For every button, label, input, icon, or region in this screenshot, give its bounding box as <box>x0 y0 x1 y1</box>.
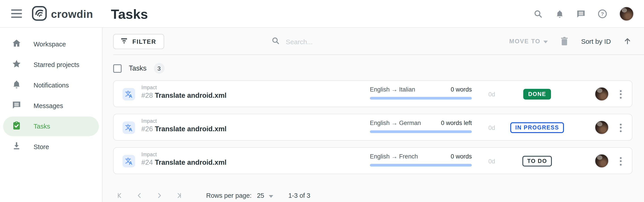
task-duration: 0d <box>488 81 495 108</box>
sidebar-item-label: Notifications <box>34 82 69 89</box>
hamburger-menu-icon[interactable] <box>11 9 22 18</box>
sidebar-item-starred-projects[interactable]: Starred projects <box>3 55 99 75</box>
brand-name: crowdin <box>51 8 93 20</box>
select-all-checkbox[interactable] <box>113 64 122 73</box>
list-header: Tasks 3 <box>113 61 164 76</box>
home-icon <box>12 38 22 50</box>
rows-per-page-label: Rows per page: <box>206 192 252 199</box>
task-text-block: Impact #24 Translate android.xml <box>141 152 226 167</box>
task-progress-bar <box>370 97 472 100</box>
pagination: Rows per page: 25 1-3 of 3 <box>113 188 310 202</box>
move-to-label: MOVE TO <box>509 38 540 44</box>
task-more-options-kebab-icon[interactable] <box>616 88 625 100</box>
task-row[interactable]: A Impact #26 Translate android.xml Engli… <box>113 114 632 141</box>
rows-per-page-chevron-down-icon[interactable] <box>268 192 273 200</box>
task-number: #26 <box>141 125 153 133</box>
task-words-count: 0 words <box>450 153 472 160</box>
svg-text:?: ? <box>601 11 604 17</box>
task-number: #24 <box>141 159 153 166</box>
delete-trash-icon[interactable] <box>560 36 570 46</box>
sidebar-item-notifications[interactable]: Notifications <box>3 75 99 95</box>
task-progress-bar <box>370 130 472 133</box>
task-title-line: #26 Translate android.xml <box>141 125 226 133</box>
next-page-button[interactable] <box>152 189 166 202</box>
search-icon[interactable] <box>533 9 543 19</box>
filter-button[interactable]: FILTER <box>113 34 164 49</box>
translate-task-icon: A <box>122 88 135 100</box>
sort-by-button[interactable]: Sort by ID <box>581 37 611 45</box>
task-title: Translate android.xml <box>155 92 226 99</box>
arrow-right-icon: → <box>391 153 397 160</box>
task-progress-bar <box>370 164 472 167</box>
rows-per-page-value[interactable]: 25 <box>257 192 264 199</box>
task-words-count: 0 words <box>450 86 472 93</box>
task-language-pair: English → French <box>370 153 418 160</box>
task-more-options-kebab-icon[interactable] <box>616 121 625 134</box>
bell-icon <box>12 79 22 91</box>
search-input[interactable] <box>286 38 420 45</box>
brand-logo[interactable]: crowdin <box>32 6 93 23</box>
task-words-count: 0 words left <box>441 120 472 126</box>
task-row[interactable]: A Impact #28 Translate android.xml Engli… <box>113 80 632 107</box>
help-icon[interactable]: ? <box>598 9 607 19</box>
task-title-line: #28 Translate android.xml <box>141 92 226 100</box>
previous-page-button[interactable] <box>133 189 146 202</box>
pagination-range-label: 1-3 of 3 <box>288 192 310 199</box>
task-more-options-kebab-icon[interactable] <box>616 155 625 167</box>
task-title-line: #24 Translate android.xml <box>141 159 226 167</box>
assignee-avatar[interactable] <box>594 87 609 101</box>
sidebar-item-label: Starred projects <box>34 61 80 68</box>
task-text-block: Impact #26 Translate android.xml <box>141 118 226 133</box>
translate-task-icon: A <box>122 121 135 134</box>
arrow-right-icon: → <box>391 120 397 126</box>
sort-direction-arrow-up-icon[interactable] <box>622 36 632 46</box>
last-page-button[interactable] <box>172 189 186 202</box>
task-project-label: Impact <box>141 85 226 90</box>
sidebar-item-label: Store <box>34 143 49 151</box>
page-title: Tasks <box>111 7 148 22</box>
toolbar-divider <box>113 54 644 55</box>
assignee-avatar[interactable] <box>594 154 609 168</box>
sidebar-item-tasks[interactable]: Tasks <box>3 117 99 136</box>
task-language-pair: English → Italian <box>370 86 415 93</box>
sidebar-item-label: Tasks <box>34 123 50 130</box>
task-language-pair: English → German <box>370 120 421 126</box>
task-project-label: Impact <box>141 118 226 124</box>
chat-icon <box>12 100 22 112</box>
task-row[interactable]: A Impact #24 Translate android.xml Engli… <box>113 147 632 174</box>
tasks-clipboard-icon <box>12 121 22 132</box>
sidebar-item-workspace[interactable]: Workspace <box>3 34 99 54</box>
task-count-badge: 3 <box>154 63 164 74</box>
messages-icon[interactable] <box>576 9 586 19</box>
sidebar-item-label: Workspace <box>34 41 66 48</box>
top-bar: crowdin Tasks ? <box>0 0 644 28</box>
svg-text:A: A <box>129 127 132 132</box>
store-download-icon <box>12 141 22 153</box>
sidebar: Workspace Starred projects Notifications… <box>0 28 102 202</box>
main-content: FILTER MOVE TO Sort by ID <box>102 28 644 202</box>
assignee-avatar[interactable] <box>594 120 609 135</box>
user-avatar[interactable] <box>619 6 634 21</box>
move-to-dropdown[interactable]: MOVE TO <box>509 38 548 44</box>
task-list: A Impact #28 Translate android.xml Engli… <box>113 80 632 181</box>
task-number: #28 <box>141 92 153 99</box>
chevron-down-icon <box>544 38 548 44</box>
task-language-block: English → German 0 words left <box>370 120 472 133</box>
sidebar-item-store[interactable]: Store <box>3 137 99 157</box>
app-root: crowdin Tasks ? Workspace Starre <box>0 0 644 202</box>
first-page-button[interactable] <box>113 189 126 202</box>
translate-task-icon: A <box>122 155 135 167</box>
task-status-badge: IN PROGRESS <box>510 122 564 133</box>
task-title: Translate android.xml <box>155 125 226 133</box>
task-duration: 0d <box>488 114 495 141</box>
crowdin-logo-icon <box>32 6 47 23</box>
task-text-block: Impact #28 Translate android.xml <box>141 85 226 100</box>
notifications-bell-icon[interactable] <box>554 9 564 19</box>
arrow-right-icon: → <box>391 86 397 93</box>
sidebar-item-messages[interactable]: Messages <box>3 96 99 116</box>
task-project-label: Impact <box>141 152 226 157</box>
task-duration: 0d <box>488 148 495 175</box>
task-language-block: English → French 0 words <box>370 153 472 167</box>
task-status-badge: TO DO <box>522 156 552 167</box>
list-header-label: Tasks <box>129 64 146 72</box>
